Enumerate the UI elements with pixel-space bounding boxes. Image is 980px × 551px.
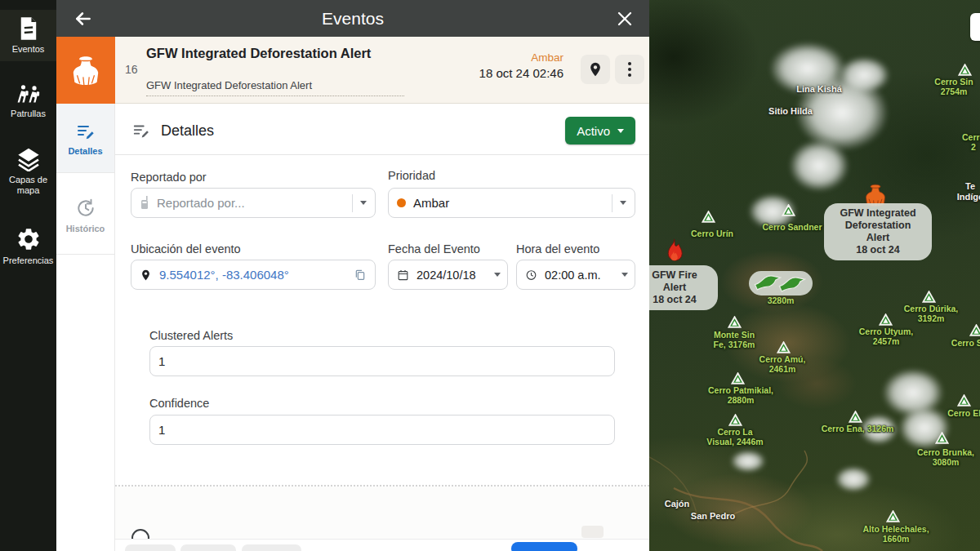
confidence-value: 1 [158, 423, 165, 437]
collapse-button[interactable] [581, 526, 604, 538]
alert-label-line: 18 oct 24 [833, 244, 923, 256]
layers-icon [16, 147, 42, 171]
sidebar-item-eventos[interactable]: Eventos [0, 10, 56, 61]
peak-label: Cerro Ena, 3126m [822, 424, 894, 433]
alert-label-line: 18 oct 24 [649, 294, 709, 306]
wildlife-cluster-elevation: 3280m [768, 295, 795, 305]
peak-label: Cerro Su [951, 338, 980, 348]
peak-marker-icon [957, 394, 971, 407]
cloud [790, 140, 849, 191]
panel-header: Eventos [56, 0, 649, 37]
chevron-down-icon [617, 129, 624, 133]
map-zoom-control[interactable] [970, 13, 980, 41]
chevron-down-icon [360, 201, 367, 205]
nav-rail: Eventos Patrullas Capas de mapa Preferen… [0, 0, 56, 551]
clustered-input[interactable]: 1 [149, 346, 615, 376]
peak-label: Cerro Sandner [763, 222, 822, 232]
section-header: Detalles [131, 122, 214, 140]
peak-label: Cerro Amú,2461m [760, 354, 806, 374]
tab-detalles[interactable]: Detalles [56, 104, 114, 173]
action-pill[interactable] [125, 544, 176, 551]
cloud [839, 57, 889, 93]
peak-marker-icon [958, 64, 972, 76]
prioridad-select[interactable]: Ambar [388, 188, 635, 218]
ubicacion-input[interactable]: 9.554012°, -83.406048° [131, 260, 376, 290]
bird-marker-icon[interactable] [778, 274, 806, 295]
hora-value: 02:00 a.m. [545, 269, 614, 282]
map[interactable]: GFW Integrated Deforestation Alert 18 oc… [649, 0, 980, 551]
ubicacion-label: Ubicación del evento [131, 242, 241, 256]
clustered-label: Clustered Alerts [149, 329, 233, 342]
peak-label: Cerro Elí, 3 [947, 408, 980, 418]
peak-label: Cerro LaVisual, 2446m [706, 427, 763, 447]
kebab-menu-icon [628, 62, 631, 77]
sidebar-item-label: Capas de mapa [0, 175, 56, 196]
tab-historico[interactable]: Histórico [56, 173, 114, 255]
peak-label: Cerro Utyum,2457m [859, 327, 914, 346]
peak-marker-icon [731, 372, 745, 384]
locate-on-map-button[interactable] [581, 55, 610, 84]
event-priority-badge: Ambar [479, 51, 564, 64]
event-number: 16 [125, 63, 138, 76]
radio-icon [140, 196, 149, 210]
deforestation-alert-label[interactable]: GFW Integrated Deforestation Alert 18 oc… [824, 203, 932, 260]
cloud [731, 451, 765, 472]
close-icon[interactable] [615, 9, 635, 29]
tab-historico-label: Histórico [66, 224, 105, 233]
copy-icon[interactable] [354, 268, 367, 282]
place-label: TeIndíge [957, 181, 980, 202]
fire-alert-label[interactable]: GFW Fire Alert 18 oct 24 [649, 265, 718, 310]
action-pill[interactable] [180, 544, 236, 551]
tab-rail: Detalles Histórico [56, 104, 115, 551]
patrols-icon [14, 84, 43, 105]
event-meta: Ambar 18 oct 24 02:46 [479, 51, 564, 80]
event-card[interactable]: 16 GFW Integrated Deforestation Alert GF… [56, 37, 649, 104]
bird-marker-icon[interactable] [754, 273, 782, 294]
more-options-button[interactable] [615, 55, 644, 84]
prioridad-value: Ambar [413, 196, 604, 210]
event-subtitle: GFW Integrated Deforestation Alert [146, 79, 404, 96]
event-panel: Eventos 16 GFW Integrated Deforestation … [56, 0, 649, 551]
events-icon [17, 16, 40, 41]
attachments-section [115, 487, 649, 539]
calendar-icon [397, 269, 409, 282]
fecha-value: 2024/10/18 [416, 269, 487, 282]
confidence-label: Confidence [149, 397, 209, 410]
divider [115, 154, 649, 155]
chevron-down-icon [620, 201, 626, 205]
alert-label-line: Deforestation Alert [833, 220, 923, 244]
peak-label: Cerro2 [962, 132, 980, 152]
sidebar-item-label: Patrullas [11, 109, 46, 119]
peak-marker-icon [777, 341, 791, 353]
clock-icon [525, 269, 537, 282]
action-pill[interactable] [242, 544, 301, 551]
peak-label: Cerro Dúrika,3192m [904, 304, 959, 323]
place-label: Cajón [665, 499, 690, 509]
section-title: Detalles [161, 122, 214, 140]
panel-title: Eventos [56, 9, 649, 29]
status-label: Activo [577, 124, 610, 138]
sidebar-item-patrullas[interactable]: Patrullas [0, 84, 56, 119]
event-datetime: 18 oct 24 02:46 [479, 66, 564, 80]
peak-marker-icon [849, 411, 862, 423]
sidebar-item-preferencias[interactable]: Preferencias [0, 226, 56, 266]
fecha-select[interactable]: 2024/10/18 [388, 260, 508, 290]
details-icon [75, 122, 96, 141]
hora-select[interactable]: 02:00 a.m. [516, 260, 635, 290]
priority-dot-icon [397, 198, 406, 207]
reportado-input[interactable]: Reportado por... [131, 188, 376, 218]
clustered-value: 1 [158, 354, 165, 368]
confidence-input[interactable]: 1 [149, 415, 615, 445]
sidebar-item-label: Eventos [12, 44, 45, 55]
peak-marker-icon [935, 432, 949, 444]
peak-marker-icon [969, 324, 980, 336]
peak-marker-icon [782, 204, 795, 216]
peak-label: Cerro Sin2754m [934, 77, 973, 96]
status-dropdown-button[interactable]: Activo [565, 117, 635, 144]
reportado-label: Reportado por [131, 171, 207, 184]
save-button[interactable] [511, 542, 577, 551]
prioridad-label: Prioridad [388, 169, 435, 182]
sidebar-item-capas[interactable]: Capas de mapa [0, 147, 56, 196]
fecha-label: Fecha del Evento [388, 242, 480, 256]
reportado-placeholder: Reportado por... [157, 196, 345, 210]
